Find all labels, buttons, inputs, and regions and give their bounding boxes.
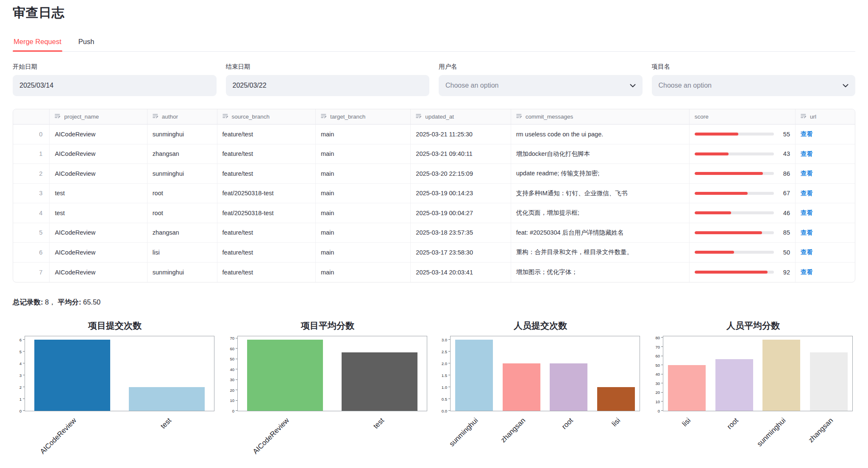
chart: 项目平均分数010203040506070AICodeReviewtest xyxy=(225,320,430,468)
cell-commit_messages: rm useless code on the ui page. xyxy=(511,125,689,144)
table-row: 3testrootfeat/20250318-testmain2025-03-1… xyxy=(13,184,855,204)
y-tick-mark xyxy=(236,338,237,338)
table-body: 0AICodeReviewsunminghuifeature/testmain2… xyxy=(13,125,855,282)
start-date-input[interactable] xyxy=(13,75,217,96)
chevron-down-icon xyxy=(630,84,636,88)
column-header-label: commit_messages xyxy=(526,114,573,120)
y-tick-label: 10 xyxy=(655,400,663,404)
cell-author: sunminghui xyxy=(147,164,217,184)
score-value: 43 xyxy=(779,150,790,157)
column-header-author[interactable]: author xyxy=(147,109,217,125)
cell-target_branch: main xyxy=(315,203,410,223)
y-tick-label: 70 xyxy=(230,336,238,341)
cell-url: 查看 xyxy=(795,243,855,263)
cell-source_branch: feature/test xyxy=(217,243,315,263)
view-link[interactable]: 查看 xyxy=(801,229,813,236)
bar xyxy=(247,340,323,411)
cell-project_name: AICodeReview xyxy=(49,263,147,282)
column-header-source_branch[interactable]: source_branch xyxy=(217,109,315,125)
bar xyxy=(342,352,417,411)
column-header-updated_at[interactable]: updated_at xyxy=(410,109,510,125)
y-tick-label: 0 xyxy=(19,409,25,413)
chart-title: 项目提交次数 xyxy=(13,320,217,332)
chart-plot: 0123456 xyxy=(25,336,214,411)
score-bar-track xyxy=(695,192,774,195)
project-select[interactable]: Choose an option xyxy=(652,75,856,96)
column-type-icon xyxy=(416,113,422,120)
cell-source_branch: feat/20250318-test xyxy=(217,184,315,204)
cell-commit_messages: 增加docker自动化打包脚本 xyxy=(511,144,689,164)
view-link[interactable]: 查看 xyxy=(801,269,813,275)
project-label: 项目名 xyxy=(652,63,856,71)
y-tick-mark xyxy=(23,410,25,411)
y-tick-mark xyxy=(23,351,25,352)
cell-author: sunminghui xyxy=(147,125,217,144)
column-header-target_branch[interactable]: target_branch xyxy=(315,109,410,125)
column-header-project_name[interactable]: project_name xyxy=(49,109,147,125)
view-link[interactable]: 查看 xyxy=(801,190,813,197)
bar xyxy=(129,387,204,411)
username-select[interactable]: Choose an option xyxy=(439,75,643,96)
x-label-slot: lisi xyxy=(663,413,710,468)
y-tick-mark xyxy=(236,410,237,411)
table-header-row: project_nameauthorsource_branchtarget_br… xyxy=(13,109,855,125)
table-row: 6AICodeReviewlisifeature/testmain2025-03… xyxy=(13,243,855,263)
bar-slot xyxy=(545,336,593,411)
y-tick-mark xyxy=(236,348,237,349)
y-tick-mark xyxy=(23,363,25,363)
username-field: 用户名 Choose an option xyxy=(439,63,643,96)
score-progress: 85 xyxy=(695,229,790,236)
y-tick-label: 5 xyxy=(19,350,25,354)
column-type-icon xyxy=(153,113,159,120)
column-header-label: author xyxy=(162,114,178,120)
cell-commit_messages: 增加图示；优化字体； xyxy=(511,263,689,282)
cell-url: 查看 xyxy=(795,203,855,223)
column-header-url[interactable]: url xyxy=(795,109,855,125)
x-axis-labels: lisirootsunminghuizhangsan xyxy=(663,413,853,468)
username-label: 用户名 xyxy=(439,63,643,71)
score-bar-fill xyxy=(695,271,768,274)
cell-target_branch: main xyxy=(315,223,410,243)
view-link[interactable]: 查看 xyxy=(801,150,813,157)
view-link[interactable]: 查看 xyxy=(801,170,813,177)
column-header-label: url xyxy=(810,114,816,120)
score-value: 46 xyxy=(779,210,790,216)
score-progress: 86 xyxy=(695,170,790,177)
column-header-index[interactable] xyxy=(13,109,49,125)
bar-slot xyxy=(332,336,427,411)
y-tick-mark xyxy=(448,363,450,363)
tab-bar: Merge Request Push xyxy=(13,35,855,52)
column-header-score[interactable]: score xyxy=(689,109,795,125)
chart-plot-wrap: 010203040506070AICodeReviewtest xyxy=(237,336,427,468)
view-link[interactable]: 查看 xyxy=(801,209,813,216)
tab-push[interactable]: Push xyxy=(78,35,95,51)
y-tick-label: 1 xyxy=(19,397,25,401)
total-records-label: 总记录数: xyxy=(13,298,43,306)
cell-author: root xyxy=(147,203,217,223)
end-date-input[interactable] xyxy=(226,75,430,96)
cell-updated_at: 2025-03-21 11:25:30 xyxy=(410,125,510,144)
view-link[interactable]: 查看 xyxy=(801,249,813,255)
cell-updated_at: 2025-03-19 00:14:23 xyxy=(410,184,510,204)
cell-updated_at: 2025-03-18 23:57:35 xyxy=(410,223,510,243)
score-bar-fill xyxy=(695,172,763,175)
y-tick-label: 60 xyxy=(655,354,663,358)
tab-merge-request[interactable]: Merge Request xyxy=(13,35,62,51)
row-index: 1 xyxy=(13,144,49,164)
bar-slot xyxy=(498,336,545,411)
x-tick-label: lisi xyxy=(610,416,622,428)
cell-score: 50 xyxy=(689,243,795,263)
summary-separator: ， xyxy=(49,298,56,306)
bar-slot xyxy=(663,336,711,411)
score-bar-track xyxy=(695,251,774,254)
score-bar-track xyxy=(695,271,774,274)
start-date-label: 开始日期 xyxy=(13,63,217,71)
cell-url: 查看 xyxy=(795,164,855,184)
column-header-label: score xyxy=(695,114,709,120)
column-header-commit_messages[interactable]: commit_messages xyxy=(511,109,689,125)
bar-slot xyxy=(805,336,853,411)
view-link[interactable]: 查看 xyxy=(801,130,813,137)
y-tick-mark xyxy=(448,351,450,352)
y-tick-mark xyxy=(236,369,237,369)
row-index: 3 xyxy=(13,184,49,204)
